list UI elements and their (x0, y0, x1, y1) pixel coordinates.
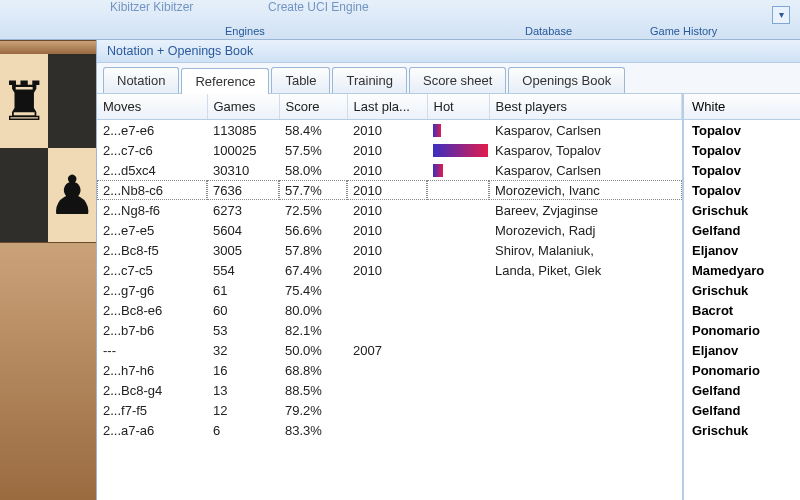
games-cell: 32 (207, 340, 279, 360)
square-empty[interactable] (48, 54, 96, 148)
table-row[interactable]: 2...g7-g66175.4% (97, 280, 682, 300)
ribbon-dropdown-icon[interactable]: ▾ (772, 6, 790, 24)
last-cell (347, 380, 427, 400)
col-score[interactable]: Score (279, 94, 347, 120)
score-cell: 72.5% (279, 200, 347, 220)
best-cell (489, 280, 682, 300)
table-row[interactable]: 2...Bc8-f5300557.8%2010Shirov, Malaniuk, (97, 240, 682, 260)
move-cell: 2...a7-a6 (97, 420, 207, 440)
last-cell (347, 300, 427, 320)
hot-cell (427, 140, 489, 160)
tab-training[interactable]: Training (332, 67, 406, 93)
move-cell: 2...c7-c5 (97, 260, 207, 280)
square-pawn[interactable]: ♟ (48, 148, 96, 242)
table-row[interactable]: 2...Bc8-g41388.5% (97, 380, 682, 400)
col-moves[interactable]: Moves (97, 94, 207, 120)
last-cell (347, 420, 427, 440)
move-cell: 2...b7-b6 (97, 320, 207, 340)
white-player-item[interactable]: Gelfand (684, 220, 800, 240)
white-player-item[interactable]: Eljanov (684, 240, 800, 260)
games-cell: 12 (207, 400, 279, 420)
table-row[interactable]: ---3250.0%2007 (97, 340, 682, 360)
tab-openings-book[interactable]: Openings Book (508, 67, 625, 93)
square-rook[interactable]: ♜ (0, 54, 48, 148)
white-player-item[interactable]: Bacrot (684, 300, 800, 320)
ribbon-fragment-kibitzer[interactable]: Kibitzer Kibitzer (110, 0, 193, 14)
white-player-item[interactable]: Topalov (684, 160, 800, 180)
last-cell (347, 320, 427, 340)
hot-cell (427, 180, 489, 200)
pawn-icon: ♟ (48, 164, 96, 227)
white-player-item[interactable]: Ponomario (684, 320, 800, 340)
table-row[interactable]: 2...Bc8-e66080.0% (97, 300, 682, 320)
score-cell: 82.1% (279, 320, 347, 340)
col-last[interactable]: Last pla... (347, 94, 427, 120)
move-cell: 2...e7-e5 (97, 220, 207, 240)
hot-cell (427, 160, 489, 180)
tab-table[interactable]: Table (271, 67, 330, 93)
col-best[interactable]: Best players (489, 94, 682, 120)
ribbon-fragment-uci[interactable]: Create UCI Engine (268, 0, 369, 14)
white-player-item[interactable]: Eljanov (684, 340, 800, 360)
games-cell: 61 (207, 280, 279, 300)
games-cell: 53 (207, 320, 279, 340)
white-player-item[interactable]: Gelfand (684, 400, 800, 420)
white-player-item[interactable]: Grischuk (684, 280, 800, 300)
hot-cell (427, 400, 489, 420)
move-cell: 2...Bc8-f5 (97, 240, 207, 260)
hot-cell (427, 320, 489, 340)
table-row[interactable]: 2...b7-b65382.1% (97, 320, 682, 340)
white-player-item[interactable]: Mamedyaro (684, 260, 800, 280)
ribbon-group-history[interactable]: Game History (650, 25, 717, 37)
hot-bar (433, 144, 488, 157)
col-games[interactable]: Games (207, 94, 279, 120)
white-player-item[interactable]: Topalov (684, 180, 800, 200)
games-cell: 6 (207, 420, 279, 440)
white-player-item[interactable]: Grischuk (684, 420, 800, 440)
white-player-item[interactable]: Topalov (684, 140, 800, 160)
games-cell: 5604 (207, 220, 279, 240)
white-player-item[interactable]: Ponomario (684, 360, 800, 380)
last-cell: 2010 (347, 120, 427, 141)
move-cell: 2...d5xc4 (97, 160, 207, 180)
white-player-item[interactable]: Topalov (684, 120, 800, 140)
tab-score-sheet[interactable]: Score sheet (409, 67, 506, 93)
col-white[interactable]: White (684, 94, 800, 120)
table-row[interactable]: 2...h7-h61668.8% (97, 360, 682, 380)
table-row[interactable]: 2...Ng8-f6627372.5%2010Bareev, Zvjaginse (97, 200, 682, 220)
col-hot[interactable]: Hot (427, 94, 489, 120)
table-row[interactable]: 2...c7-c610002557.5%2010Kasparov, Topalo… (97, 140, 682, 160)
table-row[interactable]: 2...c7-c555467.4%2010Landa, Piket, Glek (97, 260, 682, 280)
last-cell: 2010 (347, 240, 427, 260)
last-cell (347, 360, 427, 380)
last-cell: 2010 (347, 140, 427, 160)
move-cell: 2...h7-h6 (97, 360, 207, 380)
reference-table: Moves Games Score Last pla... Hot Best p… (97, 94, 682, 500)
hot-cell (427, 220, 489, 240)
table-row[interactable]: 2...a7-a6683.3% (97, 420, 682, 440)
tab-notation[interactable]: Notation (103, 67, 179, 93)
move-cell: 2...Bc8-g4 (97, 380, 207, 400)
white-player-item[interactable]: Grischuk (684, 200, 800, 220)
tab-reference[interactable]: Reference (181, 68, 269, 94)
hot-cell (427, 340, 489, 360)
games-cell: 554 (207, 260, 279, 280)
hot-cell (427, 360, 489, 380)
games-cell: 16 (207, 360, 279, 380)
move-cell: 2...Bc8-e6 (97, 300, 207, 320)
table-row[interactable]: 2...e7-e5560456.6%2010Morozevich, Radj (97, 220, 682, 240)
best-cell: Landa, Piket, Glek (489, 260, 682, 280)
score-cell: 79.2% (279, 400, 347, 420)
table-row[interactable]: 2...Nb8-c6763657.7%2010Morozevich, Ivanc (97, 180, 682, 200)
move-cell: 2...c7-c6 (97, 140, 207, 160)
last-cell: 2010 (347, 200, 427, 220)
white-player-item[interactable]: Gelfand (684, 380, 800, 400)
table-row[interactable]: 2...f7-f51279.2% (97, 400, 682, 420)
score-cell: 67.4% (279, 260, 347, 280)
table-row[interactable]: 2...e7-e611308558.4%2010Kasparov, Carlse… (97, 120, 682, 141)
square-empty[interactable] (0, 148, 48, 242)
best-cell (489, 420, 682, 440)
table-row[interactable]: 2...d5xc43031058.0%2010Kasparov, Carlsen (97, 160, 682, 180)
hot-bar (433, 164, 443, 177)
best-cell: Bareev, Zvjaginse (489, 200, 682, 220)
